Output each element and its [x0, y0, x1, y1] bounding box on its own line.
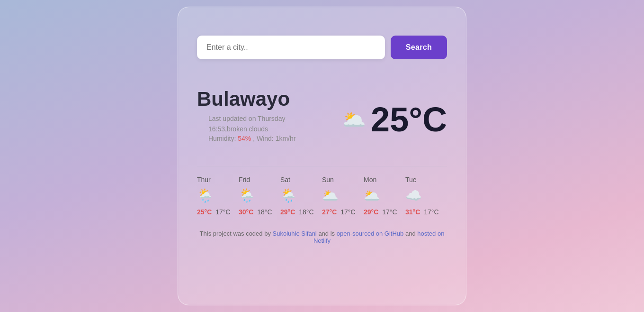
temp-low: 17°C	[215, 208, 230, 216]
day-temps: 29°C 17°C	[364, 208, 397, 216]
forecast-row: Thur 🌦️ 25°C 17°C Frid 🌦️ 30°C 18°C Sat …	[197, 166, 447, 216]
search-input[interactable]	[197, 36, 385, 59]
temp-low: 17°C	[424, 208, 438, 216]
temp-high: 30°C	[239, 208, 253, 216]
footer-text-middle: and is	[318, 230, 336, 237]
footer-github-link[interactable]: open-sourced on GitHub	[337, 230, 404, 237]
city-name: Bulawayo	[197, 88, 342, 110]
forecast-day-mon: Mon 🌥️ 29°C 17°C	[364, 176, 405, 216]
wind-label: Wind:	[257, 135, 274, 142]
wind-value: 1km/hr	[276, 135, 296, 142]
day-icon: 🌥️	[322, 189, 339, 202]
current-temp: 25°C	[371, 102, 447, 137]
day-label: Mon	[364, 176, 376, 184]
last-updated-line2: 16:53,broken clouds	[208, 124, 342, 134]
current-weather-icon: 🌥️	[342, 110, 366, 129]
day-temps: 30°C 18°C	[239, 208, 272, 216]
day-icon: 🌦️	[280, 189, 297, 202]
day-label: Sat	[280, 176, 290, 184]
temp-high: 29°C	[280, 208, 295, 216]
footer-text-end: and	[405, 230, 417, 237]
last-updated-line1: Last updated on Thursday	[208, 113, 342, 124]
current-weather-left: Bulawayo Last updated on Thursday 16:53,…	[197, 88, 342, 152]
temp-high: 25°C	[197, 208, 212, 216]
footer: This project was coded by Sukoluhle Slfa…	[197, 230, 447, 244]
day-label: Thur	[197, 176, 211, 184]
day-temps: 27°C 17°C	[322, 208, 356, 216]
day-temps: 31°C 17°C	[405, 208, 439, 216]
day-label: Frid	[239, 176, 250, 184]
humidity-value: 54%	[238, 135, 251, 142]
day-label: Sun	[322, 176, 334, 184]
temp-low: 18°C	[257, 208, 272, 216]
weather-card: Search Bulawayo Last updated on Thursday…	[178, 7, 466, 305]
temp-high: 29°C	[364, 208, 378, 216]
humidity-wind: Humidity: 54% , Wind: 1km/hr	[208, 135, 342, 142]
temp-low: 17°C	[340, 208, 355, 216]
search-button[interactable]: Search	[391, 36, 447, 59]
day-label: Tue	[405, 176, 417, 184]
temp-high: 27°C	[322, 208, 337, 216]
day-icon: 🌥️	[364, 189, 380, 202]
search-row: Search	[197, 36, 447, 59]
day-icon: ☁️	[405, 189, 422, 202]
forecast-day-sat: Sat 🌦️ 29°C 18°C	[280, 176, 322, 216]
wind-separator: ,	[253, 135, 257, 142]
day-temps: 25°C 17°C	[197, 208, 231, 216]
forecast-day-tue: Tue ☁️ 31°C 17°C	[405, 176, 447, 216]
humidity-label: Humidity:	[208, 135, 236, 142]
day-icon: 🌦️	[197, 189, 214, 202]
day-temps: 29°C 18°C	[280, 208, 314, 216]
forecast-day-sun: Sun 🌥️ 27°C 17°C	[322, 176, 364, 216]
day-icon: 🌦️	[239, 189, 255, 202]
temp-low: 17°C	[382, 208, 397, 216]
current-weather-row: Bulawayo Last updated on Thursday 16:53,…	[197, 88, 447, 152]
footer-author-link[interactable]: Sukoluhle Slfani	[273, 230, 317, 237]
forecast-day-frid: Frid 🌦️ 30°C 18°C	[239, 176, 280, 216]
forecast-day-thur: Thur 🌦️ 25°C 17°C	[197, 176, 239, 216]
temp-low: 18°C	[299, 208, 313, 216]
temp-high: 31°C	[405, 208, 420, 216]
footer-text-before: This project was coded by	[200, 230, 273, 237]
current-weather-right: 🌥️ 25°C	[342, 102, 447, 137]
